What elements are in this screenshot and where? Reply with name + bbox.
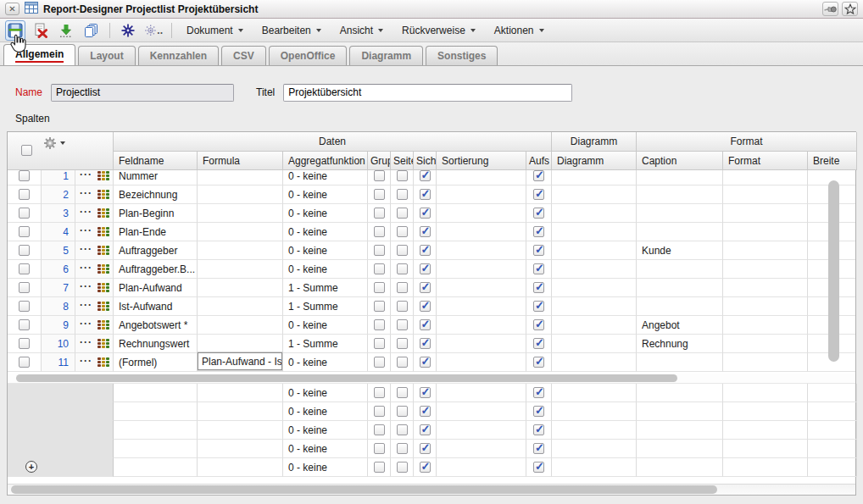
field-grid-icon[interactable] <box>97 320 109 330</box>
aggregat-cell[interactable]: 0 - keine <box>283 421 368 440</box>
aufs-checkbox[interactable] <box>533 319 544 330</box>
feldname-cell[interactable] <box>114 384 198 402</box>
sicht-checkbox[interactable] <box>420 170 431 181</box>
breite-cell[interactable] <box>808 421 857 440</box>
menu-ansicht[interactable]: Ansicht <box>333 22 390 39</box>
col-header-sortierung[interactable]: Sortierung <box>437 152 526 170</box>
formula-cell[interactable] <box>198 260 283 279</box>
tab-openoffice[interactable]: OpenOffice <box>269 46 348 65</box>
sortierung-cell[interactable] <box>437 458 526 477</box>
aggregat-cell[interactable]: 0 - keine <box>283 316 368 335</box>
add-row-button[interactable]: + <box>25 461 37 473</box>
diagramm-cell[interactable] <box>552 316 637 335</box>
format-cell[interactable] <box>723 186 808 204</box>
diagramm-cell[interactable] <box>552 241 637 260</box>
row-select-checkbox[interactable] <box>19 263 30 274</box>
grup-checkbox[interactable] <box>374 301 385 312</box>
caption-cell[interactable] <box>637 260 723 279</box>
caption-cell[interactable] <box>637 402 723 421</box>
feldname-cell[interactable]: Plan-Beginn <box>114 204 198 223</box>
aufs-checkbox[interactable] <box>533 170 544 181</box>
aufs-checkbox[interactable] <box>533 282 544 293</box>
row-menu-button[interactable]: ··· <box>80 336 92 348</box>
sicht-checkbox[interactable] <box>420 245 431 256</box>
aufs-checkbox[interactable] <box>533 301 544 312</box>
seite-checkbox[interactable] <box>397 387 408 398</box>
field-grid-icon[interactable] <box>97 283 109 292</box>
field-grid-icon[interactable] <box>97 339 109 348</box>
grup-checkbox[interactable] <box>374 226 385 237</box>
caption-cell[interactable] <box>637 186 723 204</box>
feldname-cell[interactable] <box>114 402 198 421</box>
col-header-seite[interactable]: Seite <box>391 152 414 170</box>
aufs-checkbox[interactable] <box>533 424 544 435</box>
feldname-cell[interactable]: Bezeichnung <box>114 186 198 204</box>
sicht-checkbox[interactable] <box>420 263 431 274</box>
formula-cell[interactable] <box>198 297 283 316</box>
formula-cell[interactable] <box>198 402 283 421</box>
caption-cell[interactable] <box>637 353 723 372</box>
aufs-checkbox[interactable] <box>533 263 544 274</box>
formula-editor[interactable]: Plan-Aufwand - Ist <box>198 352 282 370</box>
feldname-cell[interactable] <box>114 458 198 477</box>
field-grid-icon[interactable] <box>97 302 109 311</box>
seite-checkbox[interactable] <box>397 263 408 274</box>
field-grid-icon[interactable] <box>97 190 109 199</box>
aufs-checkbox[interactable] <box>533 387 544 398</box>
grup-checkbox[interactable] <box>374 387 385 398</box>
aggregat-cell[interactable]: 0 - keine <box>283 223 368 241</box>
sortierung-cell[interactable] <box>437 402 526 421</box>
col-header-caption[interactable]: Caption <box>637 152 723 170</box>
seite-checkbox[interactable] <box>397 226 408 237</box>
diagramm-cell[interactable] <box>552 204 637 223</box>
sortierung-cell[interactable] <box>437 440 526 458</box>
grup-checkbox[interactable] <box>374 282 385 293</box>
aggregat-cell[interactable]: 1 - Summe <box>283 279 368 297</box>
field-grid-icon[interactable] <box>97 246 109 255</box>
col-header-format[interactable]: Format <box>723 152 808 170</box>
col-header-sicht[interactable]: Sicht <box>414 152 437 170</box>
seite-checkbox[interactable] <box>397 170 408 181</box>
col-header-grup[interactable]: Grup <box>368 152 391 170</box>
diagramm-cell[interactable] <box>552 223 637 241</box>
sortierung-cell[interactable] <box>437 204 526 223</box>
vertical-scrollbar-thumb[interactable] <box>828 180 839 362</box>
feldname-cell[interactable] <box>114 421 198 440</box>
references-button[interactable] <box>118 20 138 41</box>
tab-kennzahlen[interactable]: Kennzahlen <box>138 46 219 65</box>
grup-checkbox[interactable] <box>374 424 385 435</box>
grup-checkbox[interactable] <box>374 443 385 454</box>
feldname-cell[interactable] <box>114 440 198 458</box>
row-menu-button[interactable]: ··· <box>80 318 92 330</box>
formula-cell[interactable] <box>198 186 283 204</box>
import-button[interactable] <box>56 20 76 41</box>
caption-cell[interactable]: Rechnung <box>637 335 723 353</box>
row-menu-button[interactable]: ··· <box>80 262 92 274</box>
formula-cell[interactable] <box>198 279 283 297</box>
breite-cell[interactable] <box>808 402 857 421</box>
format-cell[interactable] <box>723 353 808 372</box>
seite-checkbox[interactable] <box>397 301 408 312</box>
format-cell[interactable] <box>723 260 808 279</box>
table-horizontal-scrollbar[interactable] <box>8 484 855 495</box>
rows-horizontal-scrollbar[interactable] <box>8 374 855 384</box>
formula-cell[interactable] <box>198 223 283 241</box>
sortierung-cell[interactable] <box>437 260 526 279</box>
row-select-checkbox[interactable] <box>19 170 30 181</box>
seite-checkbox[interactable] <box>397 424 408 435</box>
diagramm-cell[interactable] <box>552 186 637 204</box>
col-header-feldname[interactable]: Feldname <box>114 152 198 170</box>
grup-checkbox[interactable] <box>374 189 385 200</box>
grup-checkbox[interactable] <box>374 245 385 256</box>
aufs-checkbox[interactable] <box>533 357 544 368</box>
seite-checkbox[interactable] <box>397 245 408 256</box>
row-menu-button[interactable]: ··· <box>80 206 92 218</box>
format-cell[interactable] <box>723 421 808 440</box>
row-menu-button[interactable]: ··· <box>80 299 92 311</box>
aggregat-cell[interactable]: 0 - keine <box>283 260 368 279</box>
aufs-checkbox[interactable] <box>533 189 544 200</box>
format-cell[interactable] <box>723 241 808 260</box>
row-menu-button[interactable]: ··· <box>80 355 92 367</box>
diagramm-cell[interactable] <box>552 384 637 402</box>
menu-bearbeiten[interactable]: Bearbeiten <box>255 22 328 39</box>
